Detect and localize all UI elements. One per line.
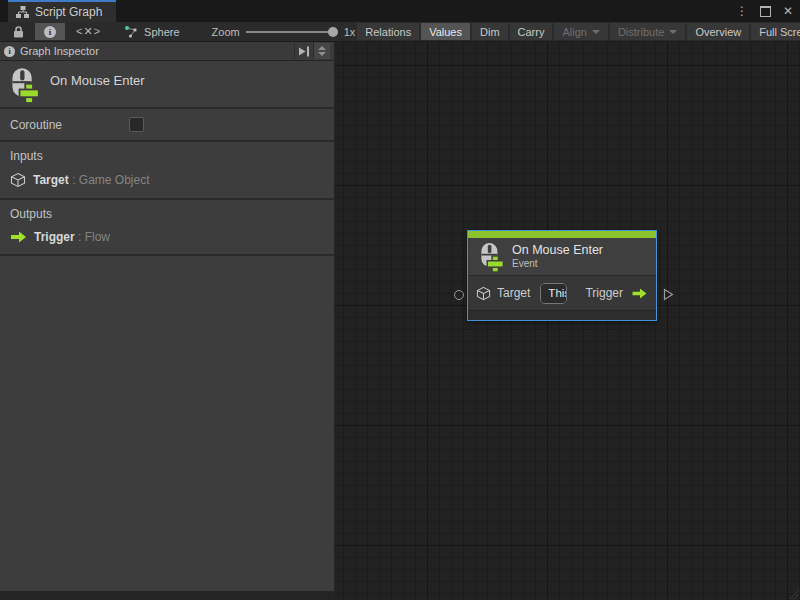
zoom-value: 1x <box>344 26 356 38</box>
graph-canvas[interactable]: On Mouse Enter Event Target This <box>335 42 800 600</box>
event-title: On Mouse Enter <box>50 73 145 88</box>
game-object-cube-icon <box>476 286 491 301</box>
relations-button[interactable]: Relations <box>357 23 419 40</box>
outputs-heading: Outputs <box>10 207 324 221</box>
window-menu-icon[interactable]: ⋮ <box>734 3 750 19</box>
zoom-slider-handle[interactable] <box>328 27 338 37</box>
node-output-port[interactable] <box>663 288 674 301</box>
node-input-port[interactable] <box>454 290 464 300</box>
mouse-event-icon <box>8 67 40 103</box>
coroutine-label: Coroutine <box>10 118 129 132</box>
inputs-heading: Inputs <box>10 149 324 163</box>
graph-inspector-panel: i Graph Inspector <box>0 42 335 591</box>
tab-title: Script Graph <box>35 5 102 19</box>
lock-icon[interactable] <box>4 23 33 40</box>
output-type: : Flow <box>78 230 110 244</box>
node-title: On Mouse Enter <box>512 243 603 257</box>
close-icon[interactable]: ✕ <box>780 3 796 19</box>
coroutine-row: Coroutine <box>0 109 334 142</box>
script-graph-window: Script Graph ⋮ ✕ i <✕> <box>0 0 800 600</box>
node-subtitle: Event <box>512 258 603 270</box>
fullscreen-button[interactable]: Full Screen <box>751 23 800 40</box>
inspector-scrubber[interactable] <box>313 43 330 59</box>
arrow-up-icon <box>318 46 326 50</box>
inputs-section: Inputs Target : Game Object <box>0 142 334 200</box>
tab-script-graph[interactable]: Script Graph <box>8 0 116 22</box>
window-controls: ⋮ ✕ <box>734 0 796 22</box>
graph-name-label: Sphere <box>144 26 179 38</box>
coroutine-checkbox[interactable] <box>129 117 144 132</box>
on-mouse-enter-node[interactable]: On Mouse Enter Event Target This <box>467 230 657 321</box>
output-row-trigger: Trigger : Flow <box>10 230 324 244</box>
resize-grip[interactable] <box>789 589 799 599</box>
chip-value-label: This <box>541 284 567 303</box>
code-view-icon[interactable]: <✕> <box>67 23 110 40</box>
graph-node-icon <box>124 25 138 39</box>
tab-bar: Script Graph ⋮ ✕ <box>0 0 800 22</box>
inspector-toggle-button[interactable]: i <box>35 23 65 40</box>
graph-inspector-header: i Graph Inspector <box>0 42 334 61</box>
dim-button[interactable]: Dim <box>472 23 508 40</box>
zoom-slider[interactable] <box>246 27 338 37</box>
outputs-section: Outputs Trigger : Flow <box>0 200 334 256</box>
zoom-slider-track <box>246 31 338 33</box>
node-color-bar <box>468 231 656 238</box>
zoom-label: Zoom <box>212 26 240 38</box>
arrow-down-icon <box>318 52 326 56</box>
chevron-down-icon <box>669 30 677 34</box>
output-name: Trigger <box>34 230 75 244</box>
flow-arrow-icon <box>10 230 27 244</box>
inspector-title: Graph Inspector <box>20 45 294 57</box>
chevron-down-icon <box>592 30 600 34</box>
input-name: Target <box>33 173 69 187</box>
carry-button[interactable]: Carry <box>510 23 553 40</box>
graph-reference-button[interactable]: Sphere <box>118 22 185 41</box>
node-trigger-label: Trigger <box>585 286 623 300</box>
values-button[interactable]: Values <box>421 23 470 40</box>
mouse-event-icon <box>478 242 504 272</box>
node-footer <box>468 310 656 320</box>
info-icon: i <box>4 46 15 57</box>
panel-bottom-strip <box>0 591 335 600</box>
game-object-cube-icon <box>10 172 26 188</box>
input-type: : Game Object <box>72 173 149 187</box>
graph-toolbar: i <✕> Sphere Zoom 1x Re <box>0 22 800 42</box>
this-value-chip[interactable]: This <box>540 283 567 304</box>
overview-button[interactable]: Overview <box>687 23 749 40</box>
node-target-label: Target <box>497 286 530 300</box>
node-body: Target This Trigger <box>468 275 656 310</box>
dock-panel-icon[interactable] <box>294 43 313 59</box>
zoom-control: Zoom 1x <box>186 22 356 41</box>
flow-arrow-icon <box>631 287 648 300</box>
event-title-block: On Mouse Enter <box>0 61 334 109</box>
node-header[interactable]: On Mouse Enter Event <box>468 238 656 275</box>
input-row-target: Target : Game Object <box>10 172 324 188</box>
toolbar-right-group: Relations Values Dim Carry Align Distrib… <box>355 22 800 41</box>
distribute-dropdown[interactable]: Distribute <box>610 23 685 40</box>
info-icon: i <box>44 26 56 38</box>
align-dropdown[interactable]: Align <box>554 23 607 40</box>
maximize-icon[interactable] <box>757 3 773 19</box>
graph-hierarchy-icon <box>16 6 29 18</box>
